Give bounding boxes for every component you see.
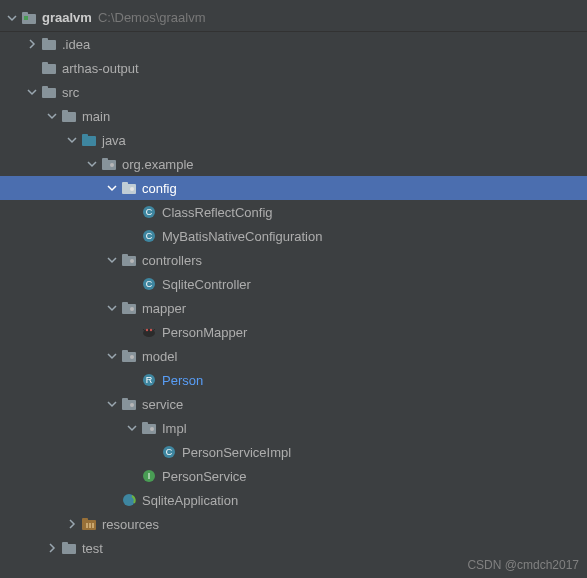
package-icon [100,156,118,172]
node-label: PersonServiceImpl [182,445,291,460]
project-tree: graalvm C:\Demos\graalvm .idea arthas-ou… [0,0,587,560]
tree-row[interactable]: PersonMapper [0,320,587,344]
tree-row[interactable]: main [0,104,587,128]
svg-rect-54 [86,523,88,528]
chevron-down-icon[interactable] [104,180,120,196]
svg-point-44 [150,427,154,431]
svg-rect-6 [42,62,48,66]
node-label: .idea [62,37,90,52]
tree-row[interactable]: R Person [0,368,587,392]
chevron-down-icon[interactable] [24,84,40,100]
svg-rect-40 [122,398,128,402]
tree-row[interactable]: src [0,80,587,104]
class-icon: C [140,228,158,244]
tree-row[interactable]: SqliteApplication [0,488,587,512]
class-icon: C [160,444,178,460]
svg-rect-53 [92,523,94,528]
root-label: graalvm [42,10,92,25]
node-label: mapper [142,301,186,316]
node-label: ClassReflectConfig [162,205,273,220]
node-label: SqliteApplication [142,493,238,508]
svg-rect-35 [122,350,128,354]
svg-point-32 [146,329,148,331]
chevron-down-icon[interactable] [104,348,120,364]
package-icon [120,348,138,364]
node-label: MyBatisNativeConfiguration [162,229,322,244]
chevron-right-icon[interactable] [64,516,80,532]
class-icon: C [140,276,158,292]
watermark: CSDN @cmdch2017 [467,558,579,572]
chevron-down-icon[interactable] [84,156,100,172]
root-path: C:\Demos\graalvm [98,10,206,25]
svg-text:C: C [166,447,173,457]
record-icon: R [140,372,158,388]
tree-row-root[interactable]: graalvm C:\Demos\graalvm [0,4,587,32]
chevron-down-icon[interactable] [104,252,120,268]
svg-rect-56 [62,542,68,546]
chevron-down-icon[interactable] [104,396,120,412]
tree-row[interactable]: controllers [0,248,587,272]
mybatis-mapper-icon [140,324,158,340]
chevron-down-icon[interactable] [104,300,120,316]
svg-rect-4 [42,38,48,42]
folder-icon [60,108,78,124]
chevron-down-icon[interactable] [4,10,20,26]
tree-row-selected[interactable]: config [0,176,587,200]
node-label: test [82,541,103,556]
tree-row[interactable]: test [0,536,587,560]
source-folder-icon [80,132,98,148]
tree-row[interactable]: mapper [0,296,587,320]
node-label: src [62,85,79,100]
tree-row[interactable]: java [0,128,587,152]
node-label: service [142,397,183,412]
svg-point-33 [150,329,152,331]
svg-rect-24 [122,254,128,258]
folder-icon [40,60,58,76]
tree-row[interactable]: org.example [0,152,587,176]
chevron-right-icon[interactable] [44,540,60,556]
svg-rect-8 [42,86,48,90]
tree-row[interactable]: I PersonService [0,464,587,488]
node-label: SqliteController [162,277,251,292]
svg-rect-2 [24,16,28,20]
node-label: Impl [162,421,187,436]
tree-row[interactable]: .idea [0,32,587,56]
module-folder-icon [20,10,38,26]
svg-point-15 [110,163,114,167]
chevron-down-icon[interactable] [124,420,140,436]
tree-row[interactable]: resources [0,512,587,536]
package-icon [120,300,138,316]
package-icon [120,252,138,268]
svg-rect-43 [142,422,148,426]
node-label: org.example [122,157,194,172]
chevron-right-icon[interactable] [24,36,40,52]
tree-row[interactable]: C MyBatisNativeConfiguration [0,224,587,248]
spring-boot-app-icon [120,492,138,508]
folder-icon [60,540,78,556]
svg-text:I: I [148,471,151,481]
tree-row[interactable]: Impl [0,416,587,440]
svg-rect-51 [82,518,88,522]
node-label: config [142,181,177,196]
package-icon [140,420,158,436]
tree-row[interactable]: arthas-output [0,56,587,80]
svg-rect-17 [122,182,128,186]
package-icon [120,396,138,412]
node-label: PersonService [162,469,247,484]
tree-row[interactable]: C PersonServiceImpl [0,440,587,464]
tree-row[interactable]: C ClassReflectConfig [0,200,587,224]
tree-row[interactable]: model [0,344,587,368]
chevron-down-icon[interactable] [64,132,80,148]
folder-icon [40,84,58,100]
node-label: PersonMapper [162,325,247,340]
svg-text:C: C [146,279,153,289]
class-icon: C [140,204,158,220]
svg-text:C: C [146,231,153,241]
chevron-down-icon[interactable] [44,108,60,124]
svg-rect-52 [89,523,91,528]
node-label: java [102,133,126,148]
tree-row[interactable]: C SqliteController [0,272,587,296]
svg-point-36 [130,355,134,359]
tree-row[interactable]: service [0,392,587,416]
interface-icon: I [140,468,158,484]
